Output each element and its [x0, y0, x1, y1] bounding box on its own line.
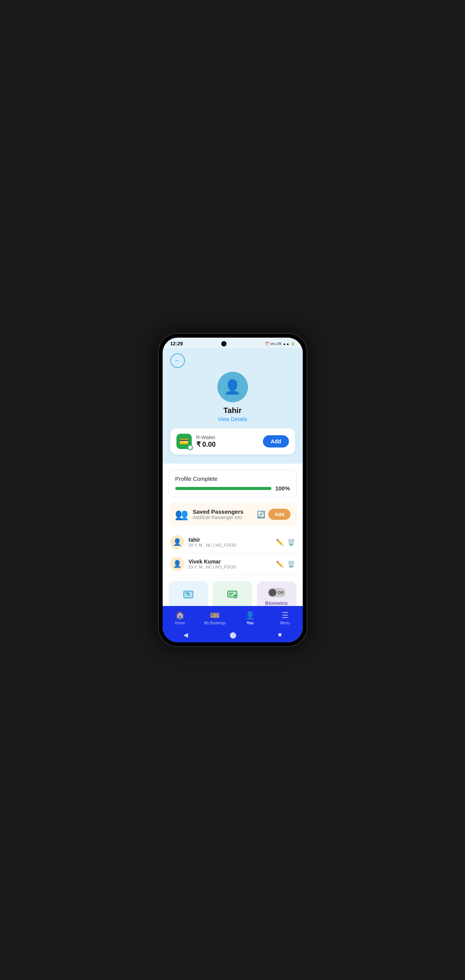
passenger-info-1: 29 Y, M , NC | NO_FOOD: [189, 543, 276, 547]
my-account-card[interactable]: MyAccount: [213, 581, 252, 606]
edit-passenger-2-icon[interactable]: ✏️: [276, 560, 284, 568]
top-section: ← 👤 Tahir View Details 💳 R-Wallet ₹ 0.00: [163, 348, 303, 464]
camera-notch: [221, 341, 227, 346]
wallet-card: 💳 R-Wallet ₹ 0.00 Add: [170, 428, 295, 454]
delete-passenger-2-icon[interactable]: 🗑️: [287, 560, 295, 568]
avatar-icon: 👤: [224, 379, 241, 395]
wallet-icon: 💳: [179, 437, 189, 446]
nav-label-bookings: My Bookings: [204, 621, 226, 625]
passengers-title: Saved Passengers: [193, 508, 257, 515]
passenger-avatar-2: 👤: [170, 557, 184, 571]
passenger-actions-2: ✏️ 🗑️: [276, 560, 295, 568]
passenger-details-2: Vivek Kumar 23 Y, M , NC | NO_FOOD: [189, 559, 276, 569]
toggle-off-label: Off: [277, 590, 284, 595]
avatar: 👤: [217, 372, 248, 402]
back-button[interactable]: ←: [170, 353, 185, 368]
bottom-nav: 🏠 Home 🎫 My Bookings 👤 You ☰ Menu: [163, 606, 303, 628]
toggle-knob: [269, 589, 276, 596]
progress-percent: 100%: [275, 485, 290, 492]
passengers-subtitle: Add/Edit Passenger info: [193, 515, 257, 520]
phone-screen: 12:29 ⏰ Vo LTE ▲▲ 🔋 ← 👤 Tahir View: [163, 338, 303, 642]
nav-item-you[interactable]: 👤 You: [233, 609, 268, 627]
wallet-icon-wrap: 💳: [176, 434, 192, 449]
passenger-details-1: tahir 29 Y, M , NC | NO_FOOD: [189, 537, 276, 547]
wallet-info: R-Wallet ₹ 0.00: [196, 434, 263, 449]
change-password-card[interactable]: ChangePassword: [169, 581, 208, 606]
biometric-toggle[interactable]: Off: [268, 588, 286, 597]
view-details-link[interactable]: View Details: [218, 416, 247, 422]
back-arrow-icon: ←: [175, 357, 181, 364]
passengers-info: Saved Passengers Add/Edit Passenger info: [193, 508, 257, 520]
wallet-add-button[interactable]: Add: [263, 435, 289, 448]
passenger-info-2: 23 Y, M , NC | NO_FOOD: [189, 565, 276, 569]
menu-icon: ☰: [282, 611, 289, 620]
passenger-actions-1: ✏️ 🗑️: [276, 539, 295, 546]
delete-passenger-1-icon[interactable]: 🗑️: [287, 539, 295, 546]
status-bar: 12:29 ⏰ Vo LTE ▲▲ 🔋: [163, 338, 303, 348]
android-back-button[interactable]: ◀: [183, 631, 188, 639]
biometric-toggle-wrap: Off: [268, 588, 286, 597]
android-recent-button[interactable]: ■: [278, 631, 282, 639]
nav-item-home[interactable]: 🏠 Home: [163, 609, 198, 627]
quick-actions: ChangePassword: [169, 581, 297, 606]
biometric-label: Biometric: [265, 600, 288, 606]
screen-content: ← 👤 Tahir View Details 💳 R-Wallet ₹ 0.00: [163, 348, 303, 606]
table-row: 👤 Vivek Kumar 23 Y, M , NC | NO_FOOD ✏️ …: [169, 553, 297, 575]
bookings-icon: 🎫: [210, 611, 220, 620]
wallet-label: R-Wallet: [196, 434, 263, 440]
svg-rect-3: [188, 594, 189, 596]
phone-frame: 12:29 ⏰ Vo LTE ▲▲ 🔋 ← 👤 Tahir View: [158, 333, 307, 647]
nav-item-menu[interactable]: ☰ Menu: [268, 609, 303, 627]
nav-item-my-bookings[interactable]: 🎫 My Bookings: [197, 609, 233, 627]
passengers-add-button[interactable]: Add: [268, 509, 290, 520]
android-home-button[interactable]: ⬤: [230, 631, 237, 639]
passenger-name-2: Vivek Kumar: [189, 559, 276, 565]
saved-passengers-card: 👥 Saved Passengers Add/Edit Passenger in…: [169, 503, 297, 526]
biometric-card[interactable]: Off Biometric: [257, 581, 296, 606]
passenger-avatar-1: 👤: [170, 535, 184, 549]
user-name: Tahir: [224, 406, 241, 415]
you-icon: 👤: [245, 611, 255, 620]
nav-label-you: You: [246, 621, 253, 625]
table-row: 👤 tahir 29 Y, M , NC | NO_FOOD ✏️ 🗑️: [169, 531, 297, 553]
passengers-icon: 👥: [175, 508, 188, 520]
refresh-icon[interactable]: 🔄: [257, 510, 265, 519]
nav-label-menu: Menu: [280, 621, 290, 625]
status-icons: ⏰ Vo LTE ▲▲ 🔋: [265, 342, 295, 346]
profile-complete-title: Profile Complete: [175, 475, 290, 482]
wallet-tag: [188, 445, 193, 450]
passengers-icon-wrap: 👥: [175, 508, 188, 521]
white-section: Profile Complete 100% 👥 Saved Passenger: [163, 464, 303, 606]
wallet-amount: ₹ 0.00: [196, 440, 263, 449]
progress-row: 100%: [175, 485, 290, 492]
passenger-name-1: tahir: [189, 537, 276, 543]
passengers-actions: 🔄 Add: [257, 509, 290, 520]
android-nav: ◀ ⬤ ■: [163, 628, 303, 642]
my-account-icon: [226, 588, 238, 603]
progress-bar-wrap: [175, 487, 272, 490]
edit-passenger-1-icon[interactable]: ✏️: [276, 539, 284, 546]
status-time: 12:29: [170, 341, 183, 346]
nav-label-home: Home: [175, 621, 185, 625]
home-icon: 🏠: [175, 611, 185, 620]
change-password-icon: [182, 588, 194, 603]
progress-bar-fill: [175, 487, 272, 490]
profile-complete-card: Profile Complete 100%: [169, 470, 297, 497]
